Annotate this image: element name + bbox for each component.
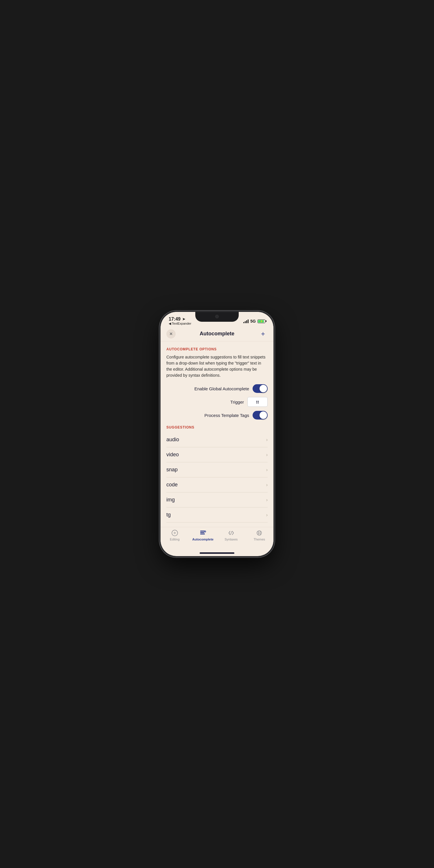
suggestion-name: audio [166, 437, 179, 443]
trigger-label: Trigger [230, 400, 244, 404]
home-indicator [199, 552, 235, 554]
themes-icon [256, 529, 263, 536]
suggestion-name: code [166, 482, 178, 488]
svg-line-9 [230, 531, 232, 535]
list-item[interactable]: audio › [166, 432, 268, 447]
tab-autocomplete[interactable]: Autocomplete [191, 529, 214, 541]
suggestions-list: audio › video › snap › code [166, 432, 268, 527]
tab-bar: Editing Autocomplete [161, 527, 273, 551]
camera [215, 315, 219, 318]
close-button[interactable]: ✕ [166, 329, 176, 339]
svg-point-11 [258, 531, 259, 533]
autocomplete-icon [199, 529, 206, 536]
suggestion-name: video [166, 452, 179, 458]
editing-icon [171, 529, 178, 536]
notch [195, 312, 239, 322]
list-item[interactable]: video › [166, 447, 268, 462]
syntaxes-icon [228, 529, 235, 536]
process-template-toggle[interactable] [253, 411, 268, 420]
process-template-label: Process Template Tags [204, 413, 249, 418]
enable-global-label: Enable Global Autocomplete [194, 386, 249, 391]
list-item[interactable]: tg › [166, 507, 268, 523]
list-item[interactable]: img › [166, 492, 268, 507]
phone-frame: 17:49 ➤ ◀ TextExpander 5G [161, 312, 273, 556]
close-icon: ✕ [169, 332, 173, 336]
enable-global-toggle[interactable] [253, 384, 268, 393]
suggestion-name: tg [166, 512, 171, 518]
chevron-right-icon: › [266, 452, 268, 458]
autocomplete-options-header: AUTOCOMPLETE OPTIONS [166, 347, 268, 351]
toggle-knob [259, 385, 267, 392]
plus-icon: + [261, 330, 265, 338]
list-item[interactable]: code › [166, 477, 268, 492]
battery-icon: ⚡ [257, 319, 265, 323]
enable-global-autocomplete-row: Enable Global Autocomplete [166, 384, 268, 393]
process-template-tags-row: Process Template Tags [166, 411, 268, 420]
status-time: 17:49 ➤ [169, 317, 185, 321]
tab-syntaxes[interactable]: Syntaxes [220, 529, 243, 541]
navigation-bar: ✕ Autocomplete + [161, 327, 273, 341]
svg-point-14 [259, 533, 261, 534]
tab-themes-label: Themes [253, 537, 265, 541]
tab-autocomplete-label: Autocomplete [192, 537, 214, 541]
suggestions-header: SUGGESTIONS [166, 425, 268, 429]
screen: 17:49 ➤ ◀ TextExpander 5G [161, 312, 273, 556]
list-item[interactable]: snap › [166, 462, 268, 477]
svg-point-13 [258, 533, 259, 534]
status-right: 5G ⚡ [243, 319, 265, 323]
trigger-input[interactable] [247, 397, 268, 407]
svg-point-12 [259, 531, 261, 533]
svg-rect-4 [200, 532, 204, 533]
network-label: 5G [250, 319, 256, 323]
tab-editing[interactable]: Editing [163, 529, 186, 541]
trigger-row: Trigger [166, 397, 268, 407]
autocomplete-description: Configure autocomplete suggestions to fi… [166, 354, 268, 378]
location-arrow-icon: ➤ [182, 317, 185, 321]
tab-syntaxes-label: Syntaxes [224, 537, 238, 541]
tab-themes[interactable]: Themes [248, 529, 271, 541]
svg-rect-5 [200, 533, 205, 534]
content-area[interactable]: AUTOCOMPLETE OPTIONS Configure autocompl… [161, 341, 273, 527]
svg-point-10 [257, 531, 261, 535]
suggestion-name: snap [166, 467, 178, 473]
list-item[interactable]: latlong › [166, 523, 268, 527]
chevron-right-icon: › [266, 482, 268, 488]
suggestion-name: img [166, 497, 175, 503]
add-button[interactable]: + [258, 329, 268, 339]
suggestions-section: SUGGESTIONS audio › video › snap [166, 425, 268, 527]
chevron-right-icon: › [266, 513, 268, 518]
chevron-right-icon: › [266, 497, 268, 503]
chevron-right-icon: › [266, 467, 268, 472]
status-left: 17:49 ➤ ◀ TextExpander [169, 317, 191, 326]
back-app-label: ◀ TextExpander [169, 322, 191, 326]
autocomplete-options-section: AUTOCOMPLETE OPTIONS Configure autocompl… [166, 347, 268, 420]
chevron-right-icon: › [266, 437, 268, 442]
page-title: Autocomplete [199, 331, 235, 337]
signal-bars-icon [243, 319, 249, 323]
toggle-knob-2 [259, 411, 267, 419]
tab-editing-label: Editing [170, 537, 180, 541]
